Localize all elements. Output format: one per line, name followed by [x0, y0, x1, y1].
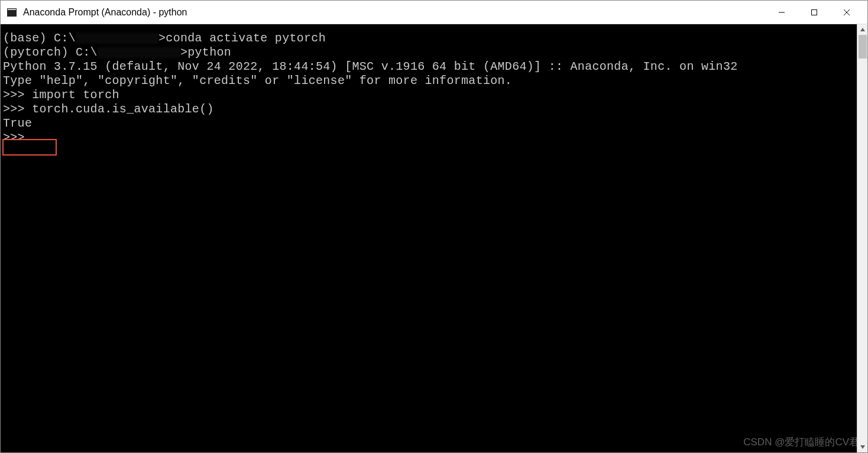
terminal-output[interactable]: (base) C:\>conda activate pytorch(pytorc…	[1, 24, 857, 452]
vertical-scrollbar[interactable]	[857, 24, 867, 452]
minimize-button[interactable]	[765, 1, 798, 24]
window-titlebar: Anaconda Prompt (Anaconda) - python	[1, 1, 867, 24]
scroll-down-arrow[interactable]	[857, 442, 868, 452]
redacted-path	[98, 47, 180, 58]
terminal-line: (pytorch) C:\>python	[3, 46, 857, 60]
scroll-up-arrow[interactable]	[857, 24, 868, 35]
window-controls	[765, 1, 863, 24]
terminal-line: Python 3.7.15 (default, Nov 24 2022, 18:…	[3, 60, 857, 74]
terminal-line: True	[3, 117, 857, 131]
terminal-line: (base) C:\>conda activate pytorch	[3, 31, 857, 46]
terminal-wrapper: (base) C:\>conda activate pytorch(pytorc…	[1, 24, 867, 452]
window-title: Anaconda Prompt (Anaconda) - python	[23, 7, 765, 18]
svg-marker-7	[860, 445, 865, 449]
app-icon	[7, 7, 17, 18]
terminal-line: >>> import torch	[3, 88, 857, 102]
close-button[interactable]	[830, 1, 863, 24]
svg-marker-6	[860, 28, 865, 31]
svg-rect-3	[811, 9, 817, 15]
maximize-button[interactable]	[798, 1, 830, 24]
svg-rect-1	[8, 9, 16, 10]
terminal-line: >>> torch.cuda.is_available()	[3, 102, 857, 117]
redacted-path	[76, 33, 158, 44]
scroll-thumb[interactable]	[859, 35, 867, 59]
terminal-line: >>>	[3, 131, 857, 145]
terminal-line: Type "help", "copyright", "credits" or "…	[3, 74, 857, 88]
